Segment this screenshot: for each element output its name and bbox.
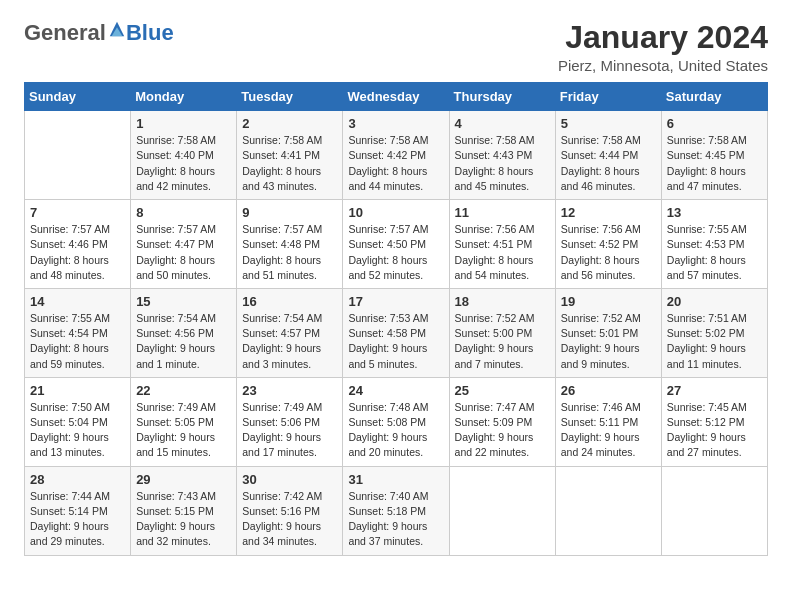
calendar-cell: 21Sunrise: 7:50 AM Sunset: 5:04 PM Dayli…: [25, 377, 131, 466]
day-number: 18: [455, 294, 550, 309]
calendar-cell: 29Sunrise: 7:43 AM Sunset: 5:15 PM Dayli…: [131, 466, 237, 555]
calendar-cell: 31Sunrise: 7:40 AM Sunset: 5:18 PM Dayli…: [343, 466, 449, 555]
cell-content: Sunrise: 7:53 AM Sunset: 4:58 PM Dayligh…: [348, 311, 443, 372]
cell-content: Sunrise: 7:58 AM Sunset: 4:43 PM Dayligh…: [455, 133, 550, 194]
calendar-cell: [25, 111, 131, 200]
cell-content: Sunrise: 7:54 AM Sunset: 4:57 PM Dayligh…: [242, 311, 337, 372]
day-number: 6: [667, 116, 762, 131]
cell-content: Sunrise: 7:58 AM Sunset: 4:44 PM Dayligh…: [561, 133, 656, 194]
calendar-cell: 16Sunrise: 7:54 AM Sunset: 4:57 PM Dayli…: [237, 288, 343, 377]
day-number: 16: [242, 294, 337, 309]
calendar-cell: 10Sunrise: 7:57 AM Sunset: 4:50 PM Dayli…: [343, 200, 449, 289]
cell-content: Sunrise: 7:57 AM Sunset: 4:47 PM Dayligh…: [136, 222, 231, 283]
day-number: 8: [136, 205, 231, 220]
calendar-week-row: 28Sunrise: 7:44 AM Sunset: 5:14 PM Dayli…: [25, 466, 768, 555]
day-number: 4: [455, 116, 550, 131]
day-number: 1: [136, 116, 231, 131]
calendar-table: SundayMondayTuesdayWednesdayThursdayFrid…: [24, 82, 768, 555]
day-header-saturday: Saturday: [661, 83, 767, 111]
day-number: 30: [242, 472, 337, 487]
day-header-thursday: Thursday: [449, 83, 555, 111]
day-number: 10: [348, 205, 443, 220]
calendar-cell: 17Sunrise: 7:53 AM Sunset: 4:58 PM Dayli…: [343, 288, 449, 377]
calendar-cell: 27Sunrise: 7:45 AM Sunset: 5:12 PM Dayli…: [661, 377, 767, 466]
cell-content: Sunrise: 7:55 AM Sunset: 4:53 PM Dayligh…: [667, 222, 762, 283]
calendar-week-row: 14Sunrise: 7:55 AM Sunset: 4:54 PM Dayli…: [25, 288, 768, 377]
day-number: 17: [348, 294, 443, 309]
day-number: 14: [30, 294, 125, 309]
calendar-cell: 28Sunrise: 7:44 AM Sunset: 5:14 PM Dayli…: [25, 466, 131, 555]
cell-content: Sunrise: 7:48 AM Sunset: 5:08 PM Dayligh…: [348, 400, 443, 461]
calendar-cell: 6Sunrise: 7:58 AM Sunset: 4:45 PM Daylig…: [661, 111, 767, 200]
day-header-sunday: Sunday: [25, 83, 131, 111]
day-number: 28: [30, 472, 125, 487]
cell-content: Sunrise: 7:42 AM Sunset: 5:16 PM Dayligh…: [242, 489, 337, 550]
calendar-cell: 8Sunrise: 7:57 AM Sunset: 4:47 PM Daylig…: [131, 200, 237, 289]
day-number: 2: [242, 116, 337, 131]
calendar-cell: 3Sunrise: 7:58 AM Sunset: 4:42 PM Daylig…: [343, 111, 449, 200]
calendar-cell: 20Sunrise: 7:51 AM Sunset: 5:02 PM Dayli…: [661, 288, 767, 377]
day-header-monday: Monday: [131, 83, 237, 111]
day-header-wednesday: Wednesday: [343, 83, 449, 111]
calendar-cell: 15Sunrise: 7:54 AM Sunset: 4:56 PM Dayli…: [131, 288, 237, 377]
day-number: 9: [242, 205, 337, 220]
day-number: 27: [667, 383, 762, 398]
day-header-tuesday: Tuesday: [237, 83, 343, 111]
calendar-cell: 23Sunrise: 7:49 AM Sunset: 5:06 PM Dayli…: [237, 377, 343, 466]
cell-content: Sunrise: 7:58 AM Sunset: 4:42 PM Dayligh…: [348, 133, 443, 194]
calendar-cell: 30Sunrise: 7:42 AM Sunset: 5:16 PM Dayli…: [237, 466, 343, 555]
day-header-friday: Friday: [555, 83, 661, 111]
cell-content: Sunrise: 7:56 AM Sunset: 4:52 PM Dayligh…: [561, 222, 656, 283]
cell-content: Sunrise: 7:55 AM Sunset: 4:54 PM Dayligh…: [30, 311, 125, 372]
calendar-cell: 11Sunrise: 7:56 AM Sunset: 4:51 PM Dayli…: [449, 200, 555, 289]
day-number: 26: [561, 383, 656, 398]
calendar-cell: 12Sunrise: 7:56 AM Sunset: 4:52 PM Dayli…: [555, 200, 661, 289]
cell-content: Sunrise: 7:40 AM Sunset: 5:18 PM Dayligh…: [348, 489, 443, 550]
calendar-week-row: 21Sunrise: 7:50 AM Sunset: 5:04 PM Dayli…: [25, 377, 768, 466]
day-number: 24: [348, 383, 443, 398]
logo-icon: [108, 20, 126, 38]
logo-general: General: [24, 20, 106, 45]
cell-content: Sunrise: 7:57 AM Sunset: 4:46 PM Dayligh…: [30, 222, 125, 283]
title-block: January 2024 Pierz, Minnesota, United St…: [558, 20, 768, 74]
day-number: 7: [30, 205, 125, 220]
cell-content: Sunrise: 7:43 AM Sunset: 5:15 PM Dayligh…: [136, 489, 231, 550]
calendar-cell: 18Sunrise: 7:52 AM Sunset: 5:00 PM Dayli…: [449, 288, 555, 377]
day-number: 13: [667, 205, 762, 220]
calendar-week-row: 7Sunrise: 7:57 AM Sunset: 4:46 PM Daylig…: [25, 200, 768, 289]
calendar-cell: 4Sunrise: 7:58 AM Sunset: 4:43 PM Daylig…: [449, 111, 555, 200]
day-number: 31: [348, 472, 443, 487]
logo-blue: Blue: [126, 20, 174, 45]
logo: General Blue: [24, 20, 174, 44]
cell-content: Sunrise: 7:46 AM Sunset: 5:11 PM Dayligh…: [561, 400, 656, 461]
day-number: 21: [30, 383, 125, 398]
cell-content: Sunrise: 7:45 AM Sunset: 5:12 PM Dayligh…: [667, 400, 762, 461]
cell-content: Sunrise: 7:49 AM Sunset: 5:06 PM Dayligh…: [242, 400, 337, 461]
calendar-cell: [449, 466, 555, 555]
calendar-header-row: SundayMondayTuesdayWednesdayThursdayFrid…: [25, 83, 768, 111]
calendar-cell: [661, 466, 767, 555]
calendar-cell: 25Sunrise: 7:47 AM Sunset: 5:09 PM Dayli…: [449, 377, 555, 466]
cell-content: Sunrise: 7:58 AM Sunset: 4:40 PM Dayligh…: [136, 133, 231, 194]
calendar-cell: 19Sunrise: 7:52 AM Sunset: 5:01 PM Dayli…: [555, 288, 661, 377]
day-number: 3: [348, 116, 443, 131]
cell-content: Sunrise: 7:57 AM Sunset: 4:48 PM Dayligh…: [242, 222, 337, 283]
day-number: 15: [136, 294, 231, 309]
cell-content: Sunrise: 7:49 AM Sunset: 5:05 PM Dayligh…: [136, 400, 231, 461]
page-header: General Blue January 2024 Pierz, Minneso…: [24, 20, 768, 74]
cell-content: Sunrise: 7:52 AM Sunset: 5:01 PM Dayligh…: [561, 311, 656, 372]
calendar-week-row: 1Sunrise: 7:58 AM Sunset: 4:40 PM Daylig…: [25, 111, 768, 200]
calendar-cell: 5Sunrise: 7:58 AM Sunset: 4:44 PM Daylig…: [555, 111, 661, 200]
cell-content: Sunrise: 7:54 AM Sunset: 4:56 PM Dayligh…: [136, 311, 231, 372]
calendar-cell: 7Sunrise: 7:57 AM Sunset: 4:46 PM Daylig…: [25, 200, 131, 289]
calendar-cell: 26Sunrise: 7:46 AM Sunset: 5:11 PM Dayli…: [555, 377, 661, 466]
cell-content: Sunrise: 7:50 AM Sunset: 5:04 PM Dayligh…: [30, 400, 125, 461]
month-title: January 2024: [558, 20, 768, 55]
day-number: 11: [455, 205, 550, 220]
day-number: 12: [561, 205, 656, 220]
day-number: 23: [242, 383, 337, 398]
day-number: 5: [561, 116, 656, 131]
day-number: 22: [136, 383, 231, 398]
cell-content: Sunrise: 7:57 AM Sunset: 4:50 PM Dayligh…: [348, 222, 443, 283]
calendar-cell: 22Sunrise: 7:49 AM Sunset: 5:05 PM Dayli…: [131, 377, 237, 466]
